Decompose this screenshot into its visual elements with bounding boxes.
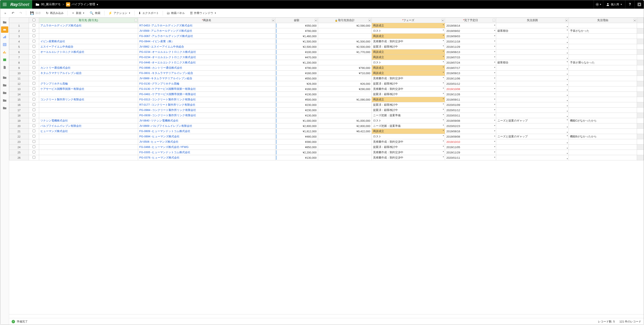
cell-total[interactable]: ¥290,000 [318, 86, 372, 92]
cell-opportunity[interactable]: FG-0130 -ケアサービス国際帝国第一有限会社 [138, 86, 275, 92]
cell-account[interactable] [39, 102, 138, 108]
row-checkbox-cell[interactable] [29, 129, 39, 134]
action-button[interactable]: ⚡ アクション ▼ [106, 10, 132, 16]
cell-account[interactable]: ケアサービス国際帝国第一有限会社 [39, 86, 138, 92]
new-button[interactable]: ＋ 新規 ▼ [69, 10, 87, 16]
row-checkbox[interactable] [32, 140, 35, 143]
cell-detail[interactable] [569, 44, 637, 49]
cell-total[interactable] [318, 134, 372, 139]
row-checkbox-cell[interactable] [29, 65, 39, 71]
cell-account[interactable] [39, 60, 138, 65]
cell-total[interactable]: ¥9,422,000 [318, 129, 372, 134]
cell-detail[interactable] [569, 76, 637, 81]
row-checkbox-cell[interactable] [29, 139, 39, 145]
cell-total[interactable] [318, 33, 372, 39]
cell-phase[interactable]: ロスト [372, 134, 445, 139]
row-number[interactable]: 1 [9, 23, 29, 28]
row-checkbox-cell[interactable] [29, 39, 39, 44]
cell-date[interactable]: 2019/09/02 [445, 28, 496, 33]
col-phase[interactable]: *フェーズ▾ [372, 18, 445, 23]
cell-detail[interactable] [569, 123, 637, 129]
cell-amount[interactable]: ¥26,000 [275, 81, 318, 86]
table-row[interactable]: 10キタムラマテリアルイレブン組合FG-0831 -キタムラマテリアルイレブン組… [9, 71, 644, 76]
row-number[interactable]: 9 [9, 65, 29, 71]
row-checkbox-cell[interactable] [29, 102, 39, 108]
redo-button[interactable]: ↷ [17, 10, 24, 16]
cell-reason[interactable] [496, 108, 569, 113]
cell-opportunity[interactable]: PG-0461 -ケアサービス国際帝国第一有限会社 [138, 92, 275, 97]
row-number[interactable]: 23 [9, 139, 29, 145]
row-checkbox-cell[interactable] [29, 86, 39, 92]
row-checkbox-cell[interactable] [29, 123, 39, 129]
cell-opportunity[interactable]: JV-0989 -キタムラマテリアルイレブン組合 [138, 76, 275, 81]
cell-amount[interactable]: ¥2,500,000 [275, 44, 318, 49]
cell-phase[interactable]: 見積書作成：契約交渉中 [372, 76, 445, 81]
row-checkbox[interactable] [32, 103, 35, 106]
sidebar-pipeline[interactable] [1, 26, 8, 33]
table-row[interactable]: 24FG-0466 -ヒューマンズ株式会社-YFWG¥850,000提案済：顧客… [9, 145, 644, 150]
cell-date[interactable]: 2019/11/05 [445, 145, 496, 150]
row-number[interactable]: 12 [9, 81, 29, 86]
cell-reason[interactable] [496, 139, 569, 145]
cell-reason[interactable] [496, 155, 569, 160]
row-number[interactable]: 22 [9, 134, 29, 139]
export-button[interactable]: ⬇ エクスポート [136, 10, 161, 16]
cell-date[interactable]: 2019/10/08 [445, 86, 496, 92]
cell-total[interactable] [318, 108, 372, 113]
cell-amount[interactable]: ¥2,200,000 [275, 150, 318, 155]
table-row[interactable]: 7PG-0234 -オーエルエレクトロニクス株式会社¥470,000商談成立20… [9, 55, 644, 60]
cell-phase[interactable]: ニーズ把握：提案準備 [372, 123, 445, 129]
cell-phase[interactable]: 見積書作成：契約交渉中 [372, 150, 445, 155]
cell-reason[interactable] [496, 86, 569, 92]
row-checkbox-cell[interactable] [29, 49, 39, 55]
cell-date[interactable]: 2019/09/08 [445, 118, 496, 123]
sort-icon[interactable]: ↓ [493, 19, 495, 22]
sidebar-folder[interactable] [0, 18, 9, 26]
cell-total[interactable] [318, 60, 372, 65]
cell-total[interactable]: ¥710,000 [318, 71, 372, 76]
cell-opportunity[interactable]: PG-0234 -オーエルエレクトロニクス株式会社 [138, 55, 275, 60]
row-number[interactable]: 8 [9, 60, 29, 65]
cell-account[interactable]: バルブフイルムイレブン有限会社 [39, 123, 138, 129]
row-checkbox[interactable] [32, 29, 35, 32]
row-checkbox[interactable] [32, 151, 35, 153]
cell-detail[interactable]: 機能Cがなかったから [569, 118, 637, 123]
cell-total[interactable] [318, 139, 372, 145]
search-panel-button[interactable]: 🗂 検索パネル [164, 10, 187, 16]
cell-date[interactable]: 2019/08/16 [445, 129, 496, 134]
cell-date[interactable]: 2019/09/11 [445, 97, 496, 102]
row-number[interactable]: 14 [9, 92, 29, 97]
row-checkbox[interactable] [32, 82, 35, 85]
row-number[interactable]: 24 [9, 145, 29, 150]
cell-date[interactable]: 2019/09/08 [445, 134, 496, 139]
cell-account[interactable]: コンクリート製作所リンク有限会社 [39, 97, 138, 102]
cell-date[interactable]: 2019/11/29 [445, 150, 496, 155]
cell-account[interactable] [39, 108, 138, 113]
settings-button[interactable]: ▼ [594, 0, 603, 9]
cell-amount[interactable]: ¥230,000 [275, 108, 318, 113]
row-number[interactable]: 5 [9, 44, 29, 49]
breadcrumb-folder[interactable]: 00_展示用デモ [41, 2, 61, 6]
cell-opportunity[interactable]: FG-0313 -コンクリート製作所リンク有限会社 [138, 97, 275, 102]
cell-phase[interactable]: 商談成立 [372, 23, 445, 28]
sidebar-doc[interactable] [0, 64, 9, 71]
row-checkbox[interactable] [32, 124, 35, 127]
cell-amount[interactable]: ¥130,000 [275, 92, 318, 97]
table-row[interactable]: 5エスイーアイエム中央組合JV-0982 -エスイーアイエム中央組合¥2,500… [9, 44, 644, 49]
select-all-checkbox[interactable] [32, 18, 35, 21]
cell-reason[interactable] [496, 49, 569, 55]
cell-account[interactable] [39, 33, 138, 39]
cell-reason[interactable] [496, 129, 569, 134]
row-checkbox[interactable] [32, 119, 35, 122]
row-checkbox[interactable] [32, 50, 35, 53]
search-button[interactable]: 🔍 検索 [88, 10, 102, 16]
row-checkbox-cell[interactable] [29, 145, 39, 150]
filter-icon[interactable]: ▾ [634, 19, 636, 22]
cell-total[interactable]: ¥2,590,000 [318, 23, 372, 28]
cell-opportunity[interactable]: JV-0982 -エスイーアイエム中央組合 [138, 44, 275, 49]
cell-date[interactable]: 2019/10/10 [445, 139, 496, 145]
sidebar-folder-5[interactable] [0, 104, 9, 112]
cell-phase[interactable]: 提案済：顧客検討中 [372, 81, 445, 86]
cell-date[interactable]: 2020/01/09 [445, 102, 496, 108]
row-checkbox[interactable] [32, 40, 35, 42]
